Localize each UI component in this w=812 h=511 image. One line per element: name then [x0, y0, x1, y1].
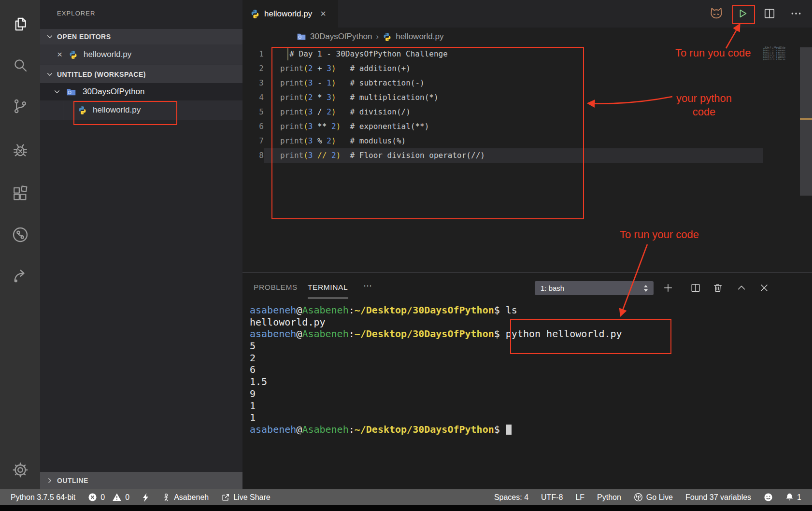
code-line: 8print(3 // 2) # Floor division operator… — [242, 148, 763, 163]
live-share-icon — [221, 493, 230, 502]
panel-more-icon[interactable]: ⋯ — [363, 281, 373, 291]
live-share-arrow-icon[interactable] — [0, 264, 40, 288]
terminal-line: 1 — [250, 400, 622, 412]
open-editor-item[interactable]: × helloworld.py — [40, 44, 242, 65]
notifications-status[interactable]: 1 — [785, 493, 801, 502]
minimap-code: # Day 1 - 30DaysOfPython Challenge print… — [763, 46, 770, 60]
terminal-content[interactable]: asabeneh@Asabeneh:~/Desktop/30DaysOfPyth… — [250, 304, 622, 436]
warning-icon — [112, 493, 122, 502]
code-line: 3print(3 - 1) # subtraction(-) — [242, 76, 763, 90]
breadcrumb-folder[interactable]: 30DaysOfPython — [310, 32, 372, 42]
go-live-icon — [634, 493, 643, 502]
status-bar: Python 3.7.5 64-bit 0 0 Asabeneh Live Sh… — [0, 489, 812, 505]
error-icon — [88, 493, 97, 502]
file-label: helloworld.py — [93, 105, 141, 115]
terminal-line: asabeneh@Asabeneh:~/Desktop/30DaysOfPyth… — [250, 328, 622, 340]
run-button[interactable] — [732, 5, 753, 22]
bolt-icon[interactable] — [142, 493, 149, 502]
python-file-icon — [69, 50, 78, 59]
code-line: 5print(3 / 2) # division(/) — [242, 105, 763, 119]
new-terminal-icon[interactable] — [662, 282, 674, 294]
terminal-line: 9 — [250, 388, 622, 400]
tab-terminal[interactable]: TERMINAL — [308, 283, 348, 292]
sidebar-file-helloworld[interactable]: helloworld.py — [40, 100, 242, 120]
shell-select-value: 1: bash — [535, 284, 642, 292]
indent-guide — [63, 100, 63, 120]
code-line: 1 # Day 1 - 30DaysOfPython Challenge — [242, 47, 763, 61]
editor-cursor — [287, 48, 288, 60]
terminal-tab-underline — [308, 298, 348, 298]
outline-header[interactable]: OUTLINE — [40, 472, 242, 489]
minimap[interactable]: # Day 1 - 30DaysOfPython Challenge print… — [763, 46, 785, 63]
sidebar-folder-30daysofpython[interactable]: 30DaysOfPython — [40, 83, 242, 100]
python-file-icon — [383, 32, 392, 42]
terminal-line: asabeneh@Asabeneh:~/Desktop/30DaysOfPyth… — [250, 424, 622, 436]
indentation-status[interactable]: Spaces: 4 — [494, 493, 528, 502]
kill-terminal-trash-icon[interactable] — [712, 282, 724, 294]
cat-extension-icon[interactable] — [708, 5, 725, 22]
sidebar-title: EXPLORER — [57, 10, 96, 17]
extensions-icon[interactable] — [0, 182, 40, 206]
more-actions-icon[interactable] — [789, 6, 803, 21]
open-editors-header[interactable]: OPEN EDITORS — [40, 29, 242, 44]
folder-icon — [66, 87, 76, 97]
spinner-arrows-icon — [642, 284, 650, 293]
search-icon[interactable] — [0, 53, 40, 77]
settings-gear-icon[interactable] — [0, 458, 40, 482]
scrollbar-marker — [800, 118, 812, 120]
terminal-line: 1 — [250, 412, 622, 424]
editor-scrollbar[interactable] — [800, 47, 812, 196]
split-terminal-icon[interactable] — [690, 282, 701, 294]
debug-icon[interactable] — [0, 138, 40, 162]
folder-label: 30DaysOfPython — [83, 87, 145, 97]
terminal-line: 2 — [250, 352, 622, 364]
terminal-line: asabeneh@Asabeneh:~/Desktop/30DaysOfPyth… — [250, 304, 622, 316]
tab-problems[interactable]: PROBLEMS — [254, 283, 298, 292]
person-icon — [162, 493, 171, 502]
eol-status[interactable]: LF — [575, 493, 584, 502]
explorer-icon[interactable] — [0, 12, 40, 36]
open-editor-file-label: helloworld.py — [84, 50, 131, 59]
tab-helloworld[interactable]: helloworld.py × — [242, 0, 338, 28]
close-icon[interactable]: × — [57, 49, 62, 60]
activity-bar — [0, 0, 40, 505]
tab-label: helloworld.py — [264, 9, 312, 19]
python-file-icon — [78, 106, 87, 115]
encoding-status[interactable]: UTF-8 — [541, 493, 563, 502]
split-editor-icon[interactable] — [762, 6, 777, 21]
terminal-line: helloworld.py — [250, 316, 622, 328]
user-status[interactable]: Asabeneh — [162, 493, 209, 502]
breadcrumb: 30DaysOfPython › helloworld.py — [297, 28, 443, 46]
close-panel-icon[interactable] — [758, 282, 770, 294]
python-interpreter-status[interactable]: Python 3.7.5 64-bit — [11, 493, 75, 502]
terminal-cursor — [506, 425, 512, 435]
feedback-smiley-icon[interactable] — [764, 493, 773, 502]
python-file-icon — [250, 9, 260, 19]
code-line: 6print(3 ** 2) # exponential(**) — [242, 119, 763, 134]
chevron-down-icon — [46, 33, 53, 40]
source-control-icon[interactable] — [0, 94, 40, 118]
terminal-line: 5 — [250, 340, 622, 352]
breadcrumb-separator: › — [376, 32, 379, 42]
terminal-line: 1.5 — [250, 376, 622, 388]
workspace-header[interactable]: UNTITLED (WORKSPACE) — [40, 65, 242, 83]
sidebar-explorer: EXPLORER OPEN EDITORS × helloworld.py UN… — [40, 0, 242, 505]
language-status[interactable]: Python — [597, 493, 621, 502]
breadcrumb-file[interactable]: helloworld.py — [396, 32, 443, 42]
bottom-black-strip — [0, 505, 812, 511]
close-icon[interactable]: × — [320, 8, 326, 19]
go-live-status[interactable]: Go Live — [634, 493, 673, 502]
code-editor[interactable]: 1 # Day 1 - 30DaysOfPython Challenge2pri… — [242, 47, 763, 163]
folder-icon — [297, 32, 306, 42]
chevron-down-icon — [54, 88, 60, 95]
chevron-right-icon — [46, 477, 53, 484]
live-share-status[interactable]: Live Share — [221, 493, 271, 502]
variables-status[interactable]: Found 37 variables — [685, 493, 751, 502]
problems-status[interactable]: 0 0 — [88, 493, 129, 502]
chevron-down-icon — [46, 71, 53, 78]
code-line: 4print(2 * 3) # multiplication(*) — [242, 90, 763, 105]
code-line: 7print(3 % 2) # modulus(%) — [242, 134, 763, 148]
git-circle-icon[interactable] — [0, 223, 40, 247]
maximize-panel-icon[interactable] — [736, 282, 747, 294]
shell-select-dropdown[interactable]: 1: bash — [535, 281, 654, 295]
